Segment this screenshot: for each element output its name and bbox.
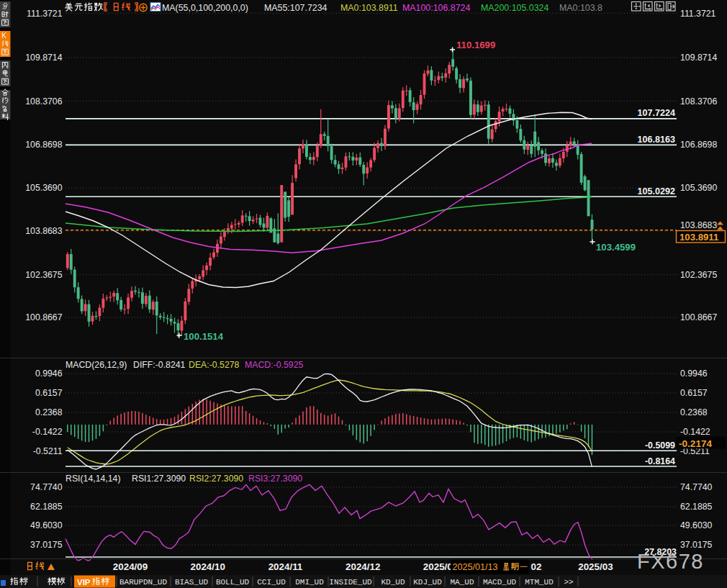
svg-text:100.8667: 100.8667	[25, 312, 62, 322]
svg-text:MA(55,0,100,200,0,0): MA(55,0,100,200,0,0)	[162, 3, 248, 13]
svg-text:108.3706: 108.3706	[25, 96, 62, 107]
svg-text:2025/01/13: 2025/01/13	[453, 562, 498, 572]
svg-text:VIP: VIP	[77, 578, 91, 587]
svg-text:109.8714: 109.8714	[680, 53, 717, 63]
svg-text:BIAS_UD: BIAS_UD	[175, 578, 209, 587]
svg-text:62.1885: 62.1885	[30, 502, 63, 512]
svg-text:MTM_UD: MTM_UD	[525, 578, 554, 587]
svg-text:FX678: FX678	[637, 550, 704, 573]
svg-text:-0.1422: -0.1422	[32, 427, 63, 437]
svg-text:105.3690: 105.3690	[680, 183, 717, 193]
svg-text:0.6157: 0.6157	[680, 388, 708, 398]
svg-text:0.2368: 0.2368	[680, 407, 708, 417]
svg-text:DEA:-0.5278: DEA:-0.5278	[189, 360, 240, 370]
svg-text:0.9946: 0.9946	[680, 368, 708, 379]
svg-text:2025/03: 2025/03	[578, 561, 613, 572]
svg-text:111.3721: 111.3721	[27, 9, 63, 19]
svg-text:2024/11: 2024/11	[268, 561, 303, 572]
svg-text:RSI3:27.3090: RSI3:27.3090	[248, 474, 302, 484]
svg-text:BARUPDN_UD: BARUPDN_UD	[119, 578, 167, 587]
svg-text:MA0:103.8911: MA0:103.8911	[340, 3, 398, 13]
svg-text:BOLL_UD: BOLL_UD	[216, 578, 250, 587]
svg-text:100.8667: 100.8667	[680, 312, 717, 322]
svg-text:107.7224: 107.7224	[637, 108, 675, 118]
svg-text:-0.1422: -0.1422	[680, 427, 710, 437]
svg-text:MACD:-0.5925: MACD:-0.5925	[245, 360, 303, 370]
svg-text:111.3721: 111.3721	[680, 9, 716, 19]
svg-text:105.3690: 105.3690	[25, 183, 62, 193]
svg-text:74.7740: 74.7740	[30, 482, 63, 492]
svg-text:KD_UD: KD_UD	[381, 578, 405, 587]
svg-text:DMI_UD: DMI_UD	[295, 578, 324, 587]
svg-text:110.1699: 110.1699	[456, 40, 495, 50]
svg-text:103.8683: 103.8683	[25, 226, 62, 236]
svg-text:74.7740: 74.7740	[680, 482, 713, 492]
svg-text:0.2368: 0.2368	[35, 407, 63, 417]
svg-text:RSI2:27.3090: RSI2:27.3090	[189, 474, 243, 484]
svg-text:MA_UD: MA_UD	[450, 578, 474, 587]
svg-text:CCI_UD: CCI_UD	[257, 578, 286, 587]
svg-text:INSIDE_UD: INSIDE_UD	[329, 578, 372, 587]
svg-text:RSI(14,14,14): RSI(14,14,14)	[66, 474, 121, 484]
svg-text:02: 02	[531, 561, 542, 572]
svg-text:37.0175: 37.0175	[30, 540, 63, 550]
svg-text:MA0:103.8: MA0:103.8	[559, 3, 602, 13]
svg-text:106.8698: 106.8698	[680, 140, 717, 150]
svg-text:106.8163: 106.8163	[637, 135, 675, 145]
svg-text:2024/12: 2024/12	[346, 561, 380, 572]
svg-text:>>: >>	[564, 578, 573, 587]
svg-text:-0.5099: -0.5099	[645, 440, 675, 451]
svg-text:108.3706: 108.3706	[680, 96, 717, 107]
svg-text:RSI1:27.3090: RSI1:27.3090	[132, 474, 186, 484]
svg-text:62.1885: 62.1885	[680, 502, 713, 512]
svg-text:-0.5211: -0.5211	[33, 446, 63, 456]
svg-text:MA100:106.8724: MA100:106.8724	[402, 3, 470, 13]
svg-text:2024/10: 2024/10	[190, 561, 225, 572]
svg-text:MACD_UD: MACD_UD	[483, 578, 517, 587]
svg-text:102.3675: 102.3675	[680, 270, 717, 280]
svg-text:MA55:107.7234: MA55:107.7234	[264, 3, 328, 13]
svg-text:KDJ_UD: KDJ_UD	[413, 578, 442, 587]
svg-text:K: K	[1, 32, 6, 40]
svg-text:49.6030: 49.6030	[30, 520, 63, 530]
svg-text:103.4599: 103.4599	[596, 242, 636, 253]
svg-text:-0.2174: -0.2174	[679, 438, 713, 449]
svg-text:102.3675: 102.3675	[25, 270, 62, 280]
svg-text:109.8714: 109.8714	[25, 53, 62, 63]
svg-text:105.0292: 105.0292	[637, 186, 675, 196]
svg-text:106.8698: 106.8698	[25, 140, 62, 150]
svg-text:0.6157: 0.6157	[35, 388, 63, 398]
svg-text:103.8683: 103.8683	[680, 220, 717, 230]
svg-text:MA200:105.0324: MA200:105.0324	[481, 3, 548, 13]
svg-text:0.9946: 0.9946	[35, 368, 63, 379]
svg-text:103.8911: 103.8911	[679, 232, 718, 243]
svg-text:49.6030: 49.6030	[680, 520, 713, 530]
svg-text:2024/09: 2024/09	[113, 561, 148, 572]
svg-text:100.1514: 100.1514	[184, 331, 224, 342]
svg-text:-0.8164: -0.8164	[645, 456, 675, 466]
svg-text:37.0175: 37.0175	[680, 540, 713, 550]
svg-text:MACD(26,12,9): MACD(26,12,9)	[66, 360, 127, 370]
svg-text:DIFF:-0.8241: DIFF:-0.8241	[133, 360, 186, 370]
